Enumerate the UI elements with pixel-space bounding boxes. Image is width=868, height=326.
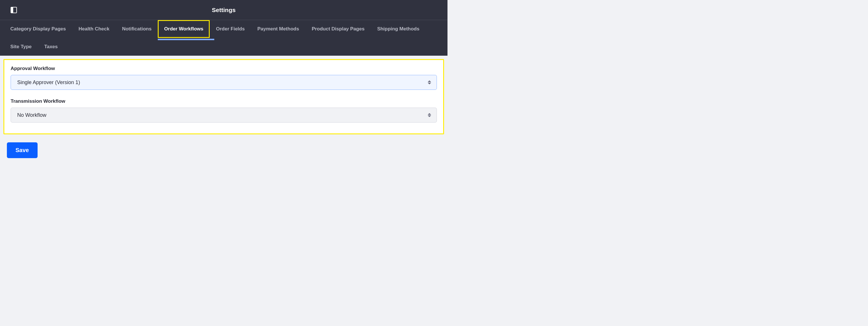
approval-workflow-label: Approval Workflow bbox=[10, 66, 437, 71]
tab-notifications[interactable]: Notifications bbox=[116, 20, 158, 38]
content-area: Approval Workflow Single Approver (Versi… bbox=[0, 56, 447, 161]
svg-rect-1 bbox=[11, 7, 13, 13]
sidebar-toggle-icon[interactable] bbox=[10, 7, 17, 13]
tabs-nav: Category Display Pages Health Check Noti… bbox=[0, 20, 447, 56]
transmission-workflow-select[interactable]: No Workflow bbox=[10, 108, 437, 122]
header: Settings bbox=[0, 0, 447, 20]
form-panel: Approval Workflow Single Approver (Versi… bbox=[3, 59, 444, 134]
approval-workflow-select[interactable]: Single Approver (Version 1) bbox=[10, 75, 437, 90]
page-title: Settings bbox=[212, 7, 236, 13]
tab-order-fields[interactable]: Order Fields bbox=[210, 20, 251, 38]
tab-shipping-methods[interactable]: Shipping Methods bbox=[371, 20, 426, 38]
tab-order-workflows[interactable]: Order Workflows bbox=[158, 20, 210, 38]
save-button[interactable]: Save bbox=[7, 142, 38, 158]
tab-product-display-pages[interactable]: Product Display Pages bbox=[306, 20, 371, 38]
approval-workflow-group: Approval Workflow Single Approver (Versi… bbox=[10, 66, 437, 90]
tab-health-check[interactable]: Health Check bbox=[72, 20, 116, 38]
transmission-workflow-group: Transmission Workflow No Workflow bbox=[10, 98, 437, 122]
tab-site-type[interactable]: Site Type bbox=[4, 38, 38, 56]
tab-payment-methods[interactable]: Payment Methods bbox=[251, 20, 305, 38]
transmission-workflow-label: Transmission Workflow bbox=[10, 98, 437, 104]
tab-taxes[interactable]: Taxes bbox=[38, 38, 64, 56]
tab-category-display-pages[interactable]: Category Display Pages bbox=[4, 20, 72, 38]
